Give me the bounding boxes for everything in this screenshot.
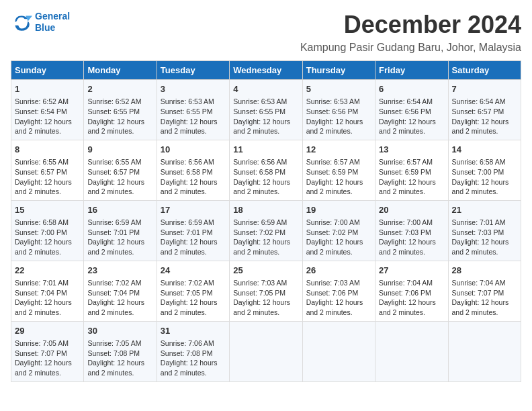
title-block: December 2024 bbox=[344, 11, 521, 39]
sunset-label: Sunset: 6:57 PM bbox=[87, 168, 140, 176]
sunset-label: Sunset: 6:58 PM bbox=[233, 168, 285, 176]
calendar-cell: 13Sunrise: 6:57 AMSunset: 6:59 PMDayligh… bbox=[375, 140, 448, 200]
calendar-cell: 16Sunrise: 6:59 AMSunset: 7:01 PMDayligh… bbox=[84, 200, 157, 261]
calendar-week-4: 22Sunrise: 7:01 AMSunset: 7:04 PMDayligh… bbox=[11, 261, 521, 321]
calendar-cell: 21Sunrise: 7:01 AMSunset: 7:03 PMDayligh… bbox=[448, 200, 521, 261]
daylight-label: Daylight: 12 hours bbox=[161, 359, 218, 367]
sunset-label: Sunset: 7:03 PM bbox=[379, 228, 431, 236]
day-number: 20 bbox=[379, 204, 444, 216]
daylight-cont: and 2 minutes. bbox=[379, 248, 425, 256]
sunrise-label: Sunrise: 6:59 AM bbox=[233, 218, 287, 226]
sunset-label: Sunset: 6:55 PM bbox=[161, 107, 213, 116]
logo-text: General Blue bbox=[35, 11, 70, 34]
day-number: 25 bbox=[233, 265, 298, 277]
sunset-label: Sunset: 6:56 PM bbox=[379, 107, 431, 116]
day-number: 12 bbox=[306, 144, 371, 156]
calendar-cell: 28Sunrise: 7:04 AMSunset: 7:07 PMDayligh… bbox=[448, 261, 521, 321]
sunset-label: Sunset: 7:00 PM bbox=[15, 228, 67, 236]
sunset-label: Sunset: 6:55 PM bbox=[87, 107, 140, 116]
daylight-label: Daylight: 12 hours bbox=[15, 178, 72, 186]
daylight-label: Daylight: 12 hours bbox=[452, 298, 509, 306]
day-number: 15 bbox=[15, 204, 80, 216]
sunrise-label: Sunrise: 7:02 AM bbox=[87, 279, 141, 287]
day-number: 17 bbox=[161, 204, 226, 216]
daylight-cont: and 2 minutes. bbox=[452, 248, 498, 256]
daylight-cont: and 2 minutes. bbox=[452, 127, 498, 135]
daylight-cont: and 2 minutes. bbox=[306, 308, 353, 316]
sunrise-label: Sunrise: 6:54 AM bbox=[379, 97, 433, 105]
daylight-cont: and 2 minutes. bbox=[15, 248, 61, 256]
daylight-cont: and 2 minutes. bbox=[87, 248, 134, 256]
calendar-cell: 3Sunrise: 6:53 AMSunset: 6:55 PMDaylight… bbox=[157, 80, 229, 140]
day-number: 13 bbox=[379, 144, 444, 156]
sunrise-label: Sunrise: 6:54 AM bbox=[452, 97, 506, 105]
daylight-label: Daylight: 12 hours bbox=[161, 118, 218, 126]
daylight-label: Daylight: 12 hours bbox=[161, 298, 218, 306]
calendar-table: Sunday Monday Tuesday Wednesday Thursday… bbox=[11, 60, 521, 382]
daylight-label: Daylight: 12 hours bbox=[452, 238, 509, 246]
daylight-label: Daylight: 12 hours bbox=[379, 238, 436, 246]
logo-icon bbox=[11, 11, 32, 33]
sunset-label: Sunset: 6:56 PM bbox=[306, 107, 359, 116]
calendar-cell: 1Sunrise: 6:52 AMSunset: 6:54 PMDaylight… bbox=[11, 80, 84, 140]
daylight-label: Daylight: 12 hours bbox=[306, 178, 363, 186]
daylight-label: Daylight: 12 hours bbox=[379, 178, 436, 186]
daylight-label: Daylight: 12 hours bbox=[15, 359, 72, 367]
sunrise-label: Sunrise: 6:58 AM bbox=[452, 158, 506, 166]
calendar-cell: 27Sunrise: 7:04 AMSunset: 7:06 PMDayligh… bbox=[375, 261, 448, 321]
daylight-label: Daylight: 12 hours bbox=[233, 238, 290, 246]
sunset-label: Sunset: 6:59 PM bbox=[379, 168, 431, 176]
col-friday: Friday bbox=[375, 61, 448, 80]
sunset-label: Sunset: 7:06 PM bbox=[306, 289, 359, 297]
sunset-label: Sunset: 7:02 PM bbox=[306, 228, 359, 236]
sunrise-label: Sunrise: 7:03 AM bbox=[233, 279, 287, 287]
sunrise-label: Sunrise: 6:55 AM bbox=[87, 158, 141, 166]
day-number: 27 bbox=[379, 265, 444, 277]
calendar-week-2: 8Sunrise: 6:55 AMSunset: 6:57 PMDaylight… bbox=[11, 140, 521, 200]
sunset-label: Sunset: 7:04 PM bbox=[15, 289, 67, 297]
day-number: 16 bbox=[87, 204, 152, 216]
sunrise-label: Sunrise: 6:53 AM bbox=[233, 97, 287, 105]
calendar-cell: 14Sunrise: 6:58 AMSunset: 7:00 PMDayligh… bbox=[448, 140, 521, 200]
sunset-label: Sunset: 7:03 PM bbox=[452, 228, 504, 236]
sunrise-label: Sunrise: 6:52 AM bbox=[87, 97, 141, 105]
calendar-cell: 29Sunrise: 7:05 AMSunset: 7:07 PMDayligh… bbox=[11, 321, 84, 381]
calendar-cell: 17Sunrise: 6:59 AMSunset: 7:01 PMDayligh… bbox=[157, 200, 229, 261]
sunset-label: Sunset: 6:54 PM bbox=[15, 107, 67, 116]
day-number: 23 bbox=[87, 265, 152, 277]
daylight-label: Daylight: 12 hours bbox=[15, 298, 72, 306]
calendar-cell: 26Sunrise: 7:03 AMSunset: 7:06 PMDayligh… bbox=[302, 261, 375, 321]
daylight-label: Daylight: 12 hours bbox=[15, 118, 72, 126]
sunrise-label: Sunrise: 7:05 AM bbox=[15, 339, 69, 347]
daylight-label: Daylight: 12 hours bbox=[161, 178, 218, 186]
sunset-label: Sunset: 7:01 PM bbox=[161, 228, 213, 236]
sunset-label: Sunset: 7:04 PM bbox=[87, 289, 140, 297]
calendar-cell: 9Sunrise: 6:55 AMSunset: 6:57 PMDaylight… bbox=[84, 140, 157, 200]
calendar-cell: 31Sunrise: 7:06 AMSunset: 7:08 PMDayligh… bbox=[157, 321, 229, 381]
daylight-cont: and 2 minutes. bbox=[161, 369, 207, 377]
sunset-label: Sunset: 6:57 PM bbox=[452, 107, 504, 116]
sunset-label: Sunset: 7:08 PM bbox=[87, 349, 140, 357]
daylight-label: Daylight: 12 hours bbox=[233, 118, 290, 126]
daylight-label: Daylight: 12 hours bbox=[87, 118, 144, 126]
day-number: 3 bbox=[161, 83, 226, 95]
sunrise-label: Sunrise: 7:04 AM bbox=[379, 279, 433, 287]
daylight-label: Daylight: 12 hours bbox=[87, 238, 144, 246]
day-number: 29 bbox=[15, 325, 80, 337]
sunrise-label: Sunrise: 7:00 AM bbox=[306, 218, 360, 226]
sunrise-label: Sunrise: 6:55 AM bbox=[15, 158, 69, 166]
calendar-cell: 19Sunrise: 7:00 AMSunset: 7:02 PMDayligh… bbox=[302, 200, 375, 261]
sunrise-label: Sunrise: 7:01 AM bbox=[15, 279, 69, 287]
daylight-cont: and 2 minutes. bbox=[161, 248, 207, 256]
sunset-label: Sunset: 7:07 PM bbox=[452, 289, 504, 297]
sunset-label: Sunset: 7:05 PM bbox=[233, 289, 285, 297]
col-monday: Monday bbox=[84, 61, 157, 80]
sunset-label: Sunset: 6:59 PM bbox=[306, 168, 359, 176]
calendar-cell: 11Sunrise: 6:56 AMSunset: 6:58 PMDayligh… bbox=[230, 140, 302, 200]
daylight-cont: and 2 minutes. bbox=[306, 187, 353, 195]
daylight-label: Daylight: 12 hours bbox=[87, 298, 144, 306]
calendar-cell: 22Sunrise: 7:01 AMSunset: 7:04 PMDayligh… bbox=[11, 261, 84, 321]
sunrise-label: Sunrise: 6:58 AM bbox=[15, 218, 69, 226]
day-number: 1 bbox=[15, 83, 80, 95]
daylight-label: Daylight: 12 hours bbox=[233, 298, 290, 306]
